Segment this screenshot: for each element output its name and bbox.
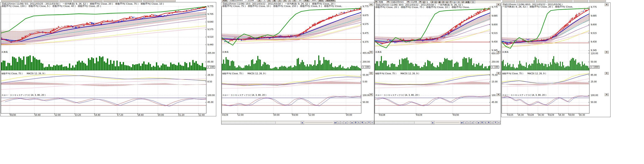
volume-multiplier-badge: × 100 (207, 66, 215, 68)
symbol-dropdown[interactable]: 日経225mini ▼ (390, 1, 410, 3)
time-axis-label: 16:30 (558, 114, 564, 116)
toolbar-icon-3[interactable]: ⊿ (344, 121, 347, 124)
price-axis-label: 9,685 (492, 15, 498, 17)
time-axis-label: 03/30 (292, 114, 298, 116)
toolbar-icon-9[interactable]: ◎ (364, 121, 367, 124)
toolbar-icon-11[interactable]: ↦ (371, 121, 374, 124)
horizontal-scrollbar[interactable] (222, 121, 276, 124)
scroll-right-icon[interactable]: ▶ (431, 121, 434, 124)
time-axis-label: 20:00 (158, 114, 164, 116)
toolbar-icon-6[interactable]: D (354, 121, 357, 124)
horizontal-scrollbar-track[interactable] (414, 121, 431, 124)
time-axis-label: 12:00 (238, 114, 244, 116)
toolbar-icon-8[interactable]: R (361, 121, 364, 124)
period-tick-button[interactable]: T (449, 1, 452, 3)
background-toolbar-item: 複数銘柄 (325, 0, 336, 2)
zoom-slider[interactable] (305, 122, 333, 122)
market-dropdown-value: 先物 (378, 1, 386, 3)
price-axis-label: 9,510 (208, 36, 214, 38)
collapse-pane-button[interactable]: ▼ (369, 72, 373, 75)
scroll-right-icon[interactable]: ▶ (301, 121, 304, 124)
spinner-icon[interactable]: ◢ (462, 1, 464, 3)
time-axis-label: 12:00 (308, 114, 315, 116)
macd-pane-title: 移動平均( Close, 75 ) MACD( 12, 26, 9 ) (375, 72, 419, 75)
background-box (60, 0, 72, 2)
contract-dropdown[interactable]: 11/06 ▼ (410, 1, 422, 3)
background-box (574, 0, 588, 2)
collapse-pane-button[interactable]: ▼ (496, 3, 500, 6)
horizontal-scrollbar-track[interactable] (276, 121, 301, 124)
period-monthly-button[interactable]: 月 (442, 1, 445, 3)
toolbar-icon-4[interactable]: − (474, 121, 477, 124)
volume-axis-label: 455.00 (362, 52, 370, 54)
volume-multiplier-badge: × 1000 (590, 66, 600, 68)
period-weekly-button[interactable]: 週 (438, 1, 441, 3)
volume-multiplier-badge: × 100 (491, 66, 499, 68)
toolbar-icon-9[interactable]: ◎ (490, 121, 494, 124)
toolbar-icon-0[interactable]: ◀+ (334, 121, 337, 124)
minute-value: 30 (457, 1, 461, 3)
toolbar-icon-0[interactable]: ◀+ (460, 121, 464, 124)
collapse-pane-button[interactable]: ▼ (605, 93, 609, 96)
time-axis-label: 16:30 (518, 114, 524, 116)
price-chart-canvas[interactable] (375, 6, 490, 115)
collapse-pane-button[interactable]: ▼ (605, 51, 609, 54)
time-axis-label: 10:40 (34, 114, 40, 116)
price-axis-label: 9,640 (208, 21, 214, 23)
toolbar-icon-3[interactable]: ⊿ (470, 121, 474, 124)
toolbar-icon-7[interactable]: L (484, 121, 487, 124)
macd-pane-title: 移動平均( Close, 75 ) MACD( 12, 26, 9 ) (222, 72, 266, 75)
chart-title-line1: 日経225mini 11/06( 30分, 2011/03/22 - 2011/… (376, 4, 500, 6)
price-axis-label: 9,600 (591, 24, 597, 26)
collapse-pane-button[interactable]: ▼ (369, 93, 373, 96)
background-box (548, 0, 572, 2)
price-axis-label: 9,515 (591, 32, 597, 34)
price-chart-canvas[interactable] (502, 6, 590, 115)
collapse-pane-button[interactable]: ▼ (369, 3, 373, 6)
toolbar-icon-7[interactable]: L (357, 121, 360, 124)
background-toolbar-item: 適用 (318, 0, 324, 2)
time-axis-label: 18:40 (138, 114, 144, 116)
zoom-slider[interactable] (436, 122, 459, 122)
background-toolbar-item: 先物 (222, 0, 228, 2)
toolbar-icon-8[interactable]: R (487, 121, 490, 124)
background-toolbar-item: 週 (272, 0, 276, 2)
period-daily-button[interactable]: 日 (434, 1, 437, 3)
stoch-pane-title: スロー・ストキャスティクス( 14, 3, 80, 20 ) (375, 94, 419, 96)
toolbar-icon-6[interactable]: D (480, 121, 484, 124)
price-axis-label: 9,675 (362, 14, 369, 16)
horizontal-scrollbar[interactable] (375, 121, 414, 124)
chevron-down-icon[interactable]: ▼ (375, 1, 378, 3)
collapse-pane-button[interactable]: ▼ (496, 93, 500, 96)
toolbar-icon-2[interactable]: ▭ (340, 121, 344, 124)
chart-title-line1: 日経225mini 11/06( 5分, 2011/03/25 - 2011/0… (2, 3, 215, 5)
market-dropdown[interactable]: 先物 ▼ (378, 1, 390, 3)
spinner-icon[interactable]: ◢ (431, 1, 434, 3)
toolbar-icon-5[interactable]: ▶ (477, 121, 480, 124)
toolbar-icon-1[interactable]: ⊥ (337, 121, 340, 124)
collapse-pane-button[interactable]: ▼ (369, 51, 373, 54)
time-axis-label: 03/30 (568, 114, 574, 116)
toolbar-icon-11[interactable]: ↦ (497, 121, 500, 124)
macd-axis-label: 28.50 (208, 74, 214, 76)
price-chart-canvas[interactable] (222, 6, 361, 115)
price-axis-label: 9,345 (591, 49, 597, 52)
background-toolbar-item: 月 (278, 0, 282, 2)
price-axis-label: 9,775 (362, 6, 369, 8)
toolbar-icon-4[interactable]: − (347, 121, 350, 124)
period-minute-button[interactable]: 分 (445, 1, 448, 3)
toolbar-icon-2[interactable]: ▭ (467, 121, 470, 124)
toolbar-icon-5[interactable]: ▶ (351, 121, 354, 124)
toolbar-icon-10[interactable]: Y (494, 121, 497, 124)
price-chart-canvas[interactable] (1, 6, 206, 115)
background-toolbar-item: 分 (292, 0, 296, 2)
toolbar-icon-1[interactable]: ⊥ (464, 121, 467, 124)
collapse-pane-button[interactable]: ▼ (496, 72, 500, 75)
collapse-pane-button[interactable]: ▼ (605, 3, 609, 6)
background-toolbar-item: 分 (283, 0, 287, 2)
background-toolbar-item: 日経225mini (229, 0, 246, 2)
background-toolbar-item: 日 (267, 0, 271, 2)
collapse-pane-button[interactable]: ▼ (605, 72, 609, 75)
toolbar-icon-10[interactable]: Y (367, 121, 370, 124)
collapse-pane-button[interactable]: ▼ (496, 51, 500, 54)
